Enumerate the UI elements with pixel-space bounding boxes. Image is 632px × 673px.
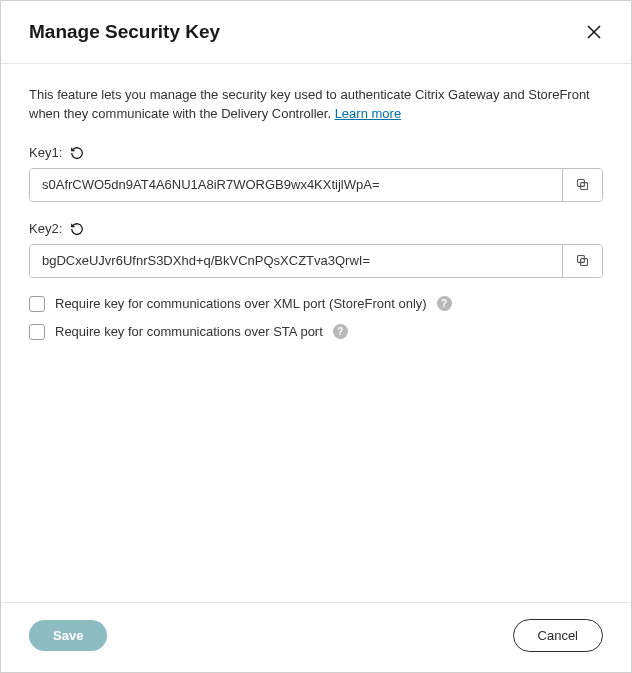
- dialog-header: Manage Security Key: [1, 1, 631, 64]
- dialog-footer: Save Cancel: [1, 602, 631, 672]
- copy-icon: [575, 177, 590, 192]
- help-icon[interactable]: ?: [437, 296, 452, 311]
- close-icon: [585, 23, 603, 41]
- key1-group: Key1:: [29, 144, 603, 202]
- key2-group: Key2:: [29, 220, 603, 278]
- key2-refresh-button[interactable]: [68, 220, 86, 238]
- key2-copy-button[interactable]: [562, 245, 602, 277]
- dialog-title: Manage Security Key: [29, 21, 220, 43]
- key1-label: Key1:: [29, 145, 62, 160]
- description-text: This feature lets you manage the securit…: [29, 86, 603, 124]
- key2-label: Key2:: [29, 221, 62, 236]
- xml-checkbox[interactable]: [29, 296, 45, 312]
- key1-input-row: [29, 168, 603, 202]
- xml-checkbox-label: Require key for communications over XML …: [55, 296, 427, 311]
- key1-refresh-button[interactable]: [68, 144, 86, 162]
- sta-checkbox[interactable]: [29, 324, 45, 340]
- copy-icon: [575, 253, 590, 268]
- key1-copy-button[interactable]: [562, 169, 602, 201]
- key2-input-row: [29, 244, 603, 278]
- description-body: This feature lets you manage the securit…: [29, 87, 590, 121]
- learn-more-link[interactable]: Learn more: [335, 106, 401, 121]
- close-button[interactable]: [581, 19, 607, 45]
- sta-checkbox-label: Require key for communications over STA …: [55, 324, 323, 339]
- cancel-button[interactable]: Cancel: [513, 619, 603, 652]
- xml-checkbox-row: Require key for communications over XML …: [29, 296, 603, 312]
- help-icon[interactable]: ?: [333, 324, 348, 339]
- key1-label-row: Key1:: [29, 144, 603, 162]
- key1-input[interactable]: [30, 169, 562, 201]
- refresh-icon: [70, 146, 84, 160]
- key2-input[interactable]: [30, 245, 562, 277]
- sta-checkbox-row: Require key for communications over STA …: [29, 324, 603, 340]
- refresh-icon: [70, 222, 84, 236]
- manage-security-key-dialog: Manage Security Key This feature lets yo…: [0, 0, 632, 673]
- dialog-content: This feature lets you manage the securit…: [1, 64, 631, 602]
- save-button[interactable]: Save: [29, 620, 107, 651]
- key2-label-row: Key2:: [29, 220, 603, 238]
